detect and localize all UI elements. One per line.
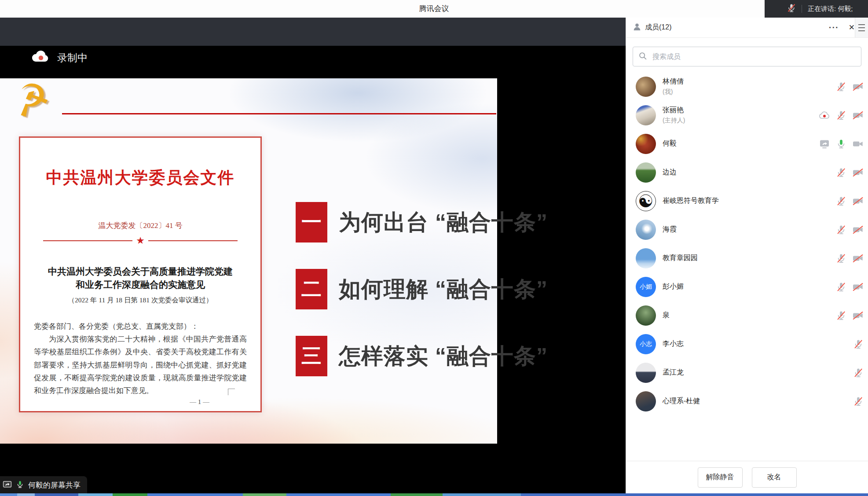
member-info: 李小志 (663, 339, 684, 349)
avatar (636, 162, 656, 183)
mic-muted-icon (836, 110, 846, 121)
shared-screen-stage: 录制中 ☭ 中共温州大学委员会文件 温大党委发〔2022〕41 号 ★ 中共温州… (0, 46, 626, 493)
member-info: 泉 (663, 311, 670, 320)
member-name: 张丽艳 (663, 106, 685, 115)
screen-share-badge: 何毅的屏幕共享 (0, 476, 87, 494)
member-status-icons (836, 196, 864, 206)
avatar (636, 105, 656, 125)
members-icon (633, 22, 641, 33)
share-badge-label: 何毅的屏幕共享 (28, 480, 81, 490)
member-status-icons (818, 110, 864, 121)
close-icon[interactable]: ✕ (849, 23, 855, 32)
unmute-button[interactable]: 解除静音 (698, 467, 743, 488)
member-info: 海霞 (663, 225, 677, 234)
mic-active-icon (16, 480, 24, 491)
member-row[interactable]: 小志 李小志 (626, 330, 868, 358)
camera-muted-icon (852, 282, 864, 292)
windows-taskbar[interactable] (0, 493, 868, 496)
mic-muted-icon (836, 310, 846, 321)
member-status-icons (853, 396, 864, 407)
presentation-slide: ☭ 中共温州大学委员会文件 温大党委发〔2022〕41 号 ★ 中共温州大学委员… (0, 78, 497, 444)
member-info: 心理系-杜健 (663, 397, 700, 406)
member-row[interactable]: 泉 (626, 301, 868, 330)
avatar: 小媚 (636, 277, 656, 297)
member-status-icons (836, 167, 864, 178)
document-title: 中共温州大学委员会文件 (20, 167, 260, 189)
members-panel-header: 成员(12) ··· ✕ (626, 18, 868, 38)
member-row[interactable]: 何毅 (626, 129, 868, 158)
member-row[interactable]: ☯ 崔岐恩符号教育学 (626, 187, 868, 215)
member-name: 崔岐恩符号教育学 (663, 196, 719, 206)
member-status-icons (853, 367, 864, 378)
mic-muted-icon (836, 196, 846, 206)
avatar (636, 220, 656, 240)
recording-badge: 录制中 (31, 49, 88, 66)
speaking-label: 正在讲话: 何毅; (808, 5, 853, 13)
recording-label: 录制中 (57, 51, 88, 65)
document-body: 党委各部门、各分党委（党总支、直属党支部）： 为深入贯彻落实党的二十大精神，根据… (34, 320, 247, 397)
document-heading-line1: 中共温州大学委员会关于高质量推进学院党建 (20, 265, 260, 278)
member-name: 彭小媚 (663, 282, 684, 291)
member-row[interactable]: 孟江龙 (626, 358, 868, 387)
member-search-box[interactable] (633, 47, 861, 66)
record-cloud-icon (31, 50, 50, 66)
member-row[interactable]: 心理系-杜健 (626, 387, 868, 415)
camera-muted-icon (852, 253, 864, 264)
member-row[interactable]: 林倩倩(我) (626, 72, 868, 101)
avatar (636, 391, 656, 411)
agenda-number-badge: 二 (296, 269, 327, 309)
document-heading: 中共温州大学委员会关于高质量推进学院党建 和业务工作深度融合的实施意见 (20, 265, 260, 292)
window-title: 腾讯会议 (0, 0, 868, 18)
avatar: 小志 (636, 334, 656, 354)
mic-muted-icon (853, 396, 864, 407)
member-name: 何毅 (663, 139, 677, 148)
member-status-icons (836, 253, 864, 264)
avatar (636, 77, 656, 97)
search-icon (638, 51, 647, 62)
mic-muted-icon (853, 367, 864, 378)
document-star-rule: ★ (43, 236, 238, 246)
avatar (636, 134, 656, 154)
member-name: 李小志 (663, 339, 684, 349)
member-row[interactable]: 海霞 (626, 215, 868, 244)
search-input[interactable] (652, 52, 856, 61)
member-status-icons (836, 81, 864, 92)
member-info: 彭小媚 (663, 282, 684, 291)
mic-muted-icon (853, 339, 864, 349)
member-info: 教育章园园 (663, 254, 698, 263)
official-document: 中共温州大学委员会文件 温大党委发〔2022〕41 号 ★ 中共温州大学委员会关… (19, 136, 262, 412)
hamburger-icon (858, 24, 865, 25)
member-list[interactable]: 林倩倩(我) 张丽艳(主持人) 何毅 (626, 72, 868, 461)
member-row[interactable]: 张丽艳(主持人) (626, 101, 868, 129)
speaking-indicator: 正在讲话: 何毅; (765, 0, 868, 18)
member-name: 林倩倩 (663, 77, 684, 86)
star-icon: ★ (132, 236, 148, 246)
slide-red-rule (62, 113, 496, 114)
member-name: 心理系-杜健 (663, 397, 700, 406)
member-name: 孟江龙 (663, 368, 684, 377)
collapsed-panel-strip[interactable] (855, 18, 868, 37)
window-titlebar: 腾讯会议 正在讲话: 何毅; (0, 0, 868, 18)
camera-on-icon (852, 139, 864, 149)
member-status-icons (819, 139, 864, 149)
member-row[interactable]: 教育章园园 (626, 244, 868, 272)
rename-button[interactable]: 改名 (752, 467, 797, 488)
more-options-icon[interactable]: ··· (829, 22, 839, 33)
agenda-item-text: 怎样落实 “融合十条” (339, 342, 548, 371)
avatar (636, 305, 656, 326)
mic-muted-icon (836, 81, 846, 92)
member-name: 海霞 (663, 225, 677, 234)
member-role: (我) (663, 88, 684, 96)
member-row[interactable]: 小媚 彭小媚 (626, 272, 868, 301)
camera-muted-icon (852, 167, 864, 178)
document-paragraph: 为深入贯彻落实党的二十大精神，根据《中国共产党普通高等学校基层组织工作条例》及中… (34, 333, 247, 397)
member-name: 教育章园园 (663, 254, 698, 263)
agenda-number-badge: 三 (296, 336, 327, 376)
members-panel-footer: 解除静音 改名 (626, 461, 868, 493)
agenda-item-text: 为何出台 “融合十条” (339, 208, 548, 237)
member-name: 泉 (663, 311, 670, 320)
member-row[interactable]: 边边 (626, 158, 868, 187)
member-info: 孟江龙 (663, 368, 684, 377)
avatar (636, 363, 656, 383)
mic-on-icon (836, 139, 846, 149)
